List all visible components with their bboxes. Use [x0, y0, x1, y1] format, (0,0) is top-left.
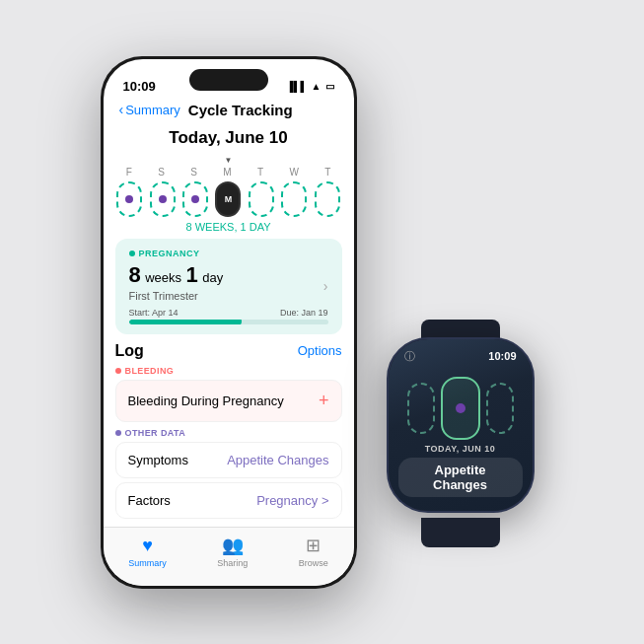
tab-sharing[interactable]: 👥 Sharing: [217, 535, 248, 568]
factors-label: Factors: [128, 493, 171, 508]
week-label: 8 WEEKS, 1 DAY: [111, 221, 346, 233]
page-title: Cycle Tracking: [188, 102, 293, 118]
browse-icon: ⊞: [306, 535, 321, 556]
bleeding-category-label: BLEEDING: [115, 366, 342, 376]
day-s1: S: [158, 167, 165, 178]
progress-container: Start: Apr 14 Due: Jan 19: [129, 308, 328, 324]
day-f: F: [126, 167, 132, 178]
day-w: W: [289, 167, 298, 178]
watch-info-icon: ⓘ: [404, 349, 415, 364]
log-section: Log Options BLEEDING Bleeding During Pre…: [115, 342, 342, 519]
status-time: 10:09: [123, 79, 156, 94]
progress-dates: Start: Apr 14 Due: Jan 19: [129, 308, 328, 318]
day-m: M: [223, 167, 231, 178]
watch-oval-left: [407, 383, 435, 434]
day-circle-1: [116, 181, 142, 217]
watch-cycle-visual: [407, 377, 514, 440]
tab-summary[interactable]: ♥ Summary: [128, 536, 167, 568]
pregnancy-card[interactable]: PREGNANCY 8 weeks 1 day First Trimester …: [115, 239, 342, 334]
watch-date-label: TODAY, JUN 10: [425, 444, 496, 454]
pregnancy-days-unit: day: [202, 270, 223, 285]
iphone-screen: 10:09 ▐▌▌ ▲ ▭ ‹ Summary Cycle Tracking T…: [104, 59, 354, 586]
today-label: M: [225, 194, 233, 204]
tab-browse[interactable]: ⊞ Browse: [299, 535, 328, 568]
tab-summary-label: Summary: [128, 558, 167, 568]
progress-fill: [129, 320, 239, 324]
other-category-label: OTHER DATA: [115, 428, 342, 438]
pregnancy-trimester: First Trimester: [129, 290, 328, 302]
day-circle-2: [150, 181, 176, 217]
watch-time: 10:09: [488, 350, 516, 362]
due-date: Due: Jan 19: [280, 308, 328, 318]
today-arrow: ▼: [111, 156, 346, 165]
tab-bar: ♥ Summary 👥 Sharing ⊞ Browse: [104, 527, 354, 586]
symptoms-value: Appetite Changes: [227, 453, 328, 467]
symptoms-label: Symptoms: [128, 453, 188, 467]
bleeding-row[interactable]: Bleeding During Pregnancy +: [115, 380, 342, 422]
pregnancy-weeks-unit: weeks: [145, 270, 181, 285]
calendar-strip: ▼ F S S M T W T M: [104, 156, 354, 233]
watch-screen: ⓘ 10:09 TODAY, JUN 10 Appetite Changes: [389, 339, 533, 511]
signal-icon: ▐▌▌: [286, 81, 307, 92]
log-header: Log Options: [115, 342, 342, 360]
nav-bar: ‹ Summary Cycle Tracking: [104, 98, 354, 124]
status-icons: ▐▌▌ ▲ ▭: [286, 81, 333, 92]
sharing-icon: 👥: [222, 535, 244, 556]
bleeding-row-label: Bleeding During Pregnancy: [128, 394, 284, 408]
day-t2: T: [324, 167, 330, 178]
pregnancy-weeks: 8: [129, 262, 141, 287]
watch-status-bar: ⓘ 10:09: [389, 349, 533, 364]
log-title: Log: [115, 342, 144, 360]
summary-icon: ♥: [142, 536, 153, 556]
day-circles: M: [111, 181, 346, 217]
back-label: Summary: [125, 103, 180, 117]
watch-value-label: Appetite Changes: [398, 458, 523, 497]
day-circle-3: [182, 181, 208, 217]
battery-icon: ▭: [325, 81, 334, 92]
day-circle-5: [249, 181, 274, 217]
dynamic-island: [189, 69, 268, 91]
watch-band-bottom: [421, 518, 500, 547]
factors-value: Pregnancy >: [256, 493, 328, 508]
add-bleeding-button[interactable]: +: [319, 391, 329, 411]
chevron-left-icon: ‹: [119, 102, 124, 117]
watch-oval-center: [441, 377, 480, 440]
day-t1: T: [257, 167, 263, 178]
tab-sharing-label: Sharing: [217, 558, 248, 568]
iphone-device: 10:09 ▐▌▌ ▲ ▭ ‹ Summary Cycle Tracking T…: [101, 56, 357, 589]
date-header: Today, June 10: [104, 124, 354, 156]
options-button[interactable]: Options: [298, 343, 342, 358]
pregnancy-days: 1: [186, 262, 198, 287]
watch-body: ⓘ 10:09 TODAY, JUN 10 Appetite Changes: [387, 337, 535, 513]
symptoms-row[interactable]: Symptoms Appetite Changes: [115, 442, 342, 478]
day-circle-6: [281, 181, 307, 217]
pregnancy-category: PREGNANCY: [129, 249, 328, 258]
back-button[interactable]: ‹ Summary: [119, 102, 180, 117]
progress-track: [129, 320, 328, 324]
watch-device: ⓘ 10:09 TODAY, JUN 10 Appetite Changes: [377, 337, 544, 530]
day-labels: F S S M T W T: [111, 167, 346, 178]
watch-oval-right: [486, 383, 514, 434]
pregnancy-duration: 8 weeks 1 day: [129, 262, 328, 288]
card-chevron-right: ›: [323, 278, 328, 294]
wifi-icon: ▲: [312, 81, 322, 92]
start-date: Start: Apr 14: [129, 308, 179, 318]
factors-row[interactable]: Factors Pregnancy >: [115, 482, 342, 519]
day-circle-7: [315, 181, 340, 217]
tab-browse-label: Browse: [299, 558, 328, 568]
watch-oval-dot: [456, 403, 465, 413]
day-circle-today: M: [215, 181, 241, 217]
day-s2: S: [190, 167, 197, 178]
scene: 10:09 ▐▌▌ ▲ ▭ ‹ Summary Cycle Tracking T…: [101, 56, 544, 589]
